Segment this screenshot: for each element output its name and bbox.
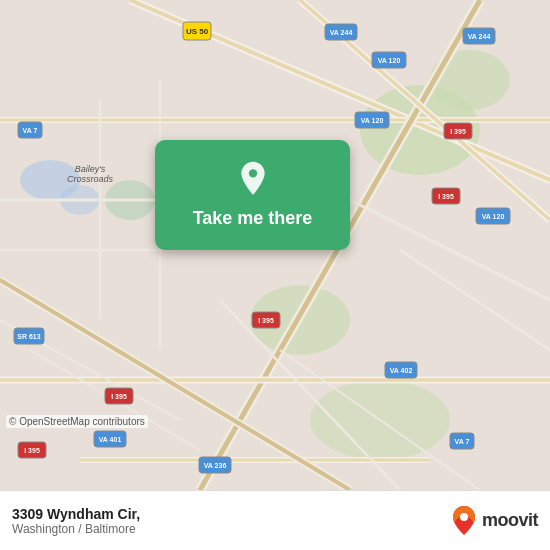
location-pin-icon (233, 160, 273, 200)
take-me-there-button[interactable]: Take me there (155, 140, 350, 250)
moovit-logo: moovit (450, 505, 538, 537)
take-me-there-label: Take me there (193, 208, 313, 230)
svg-text:VA 236: VA 236 (204, 462, 227, 469)
svg-text:VA 244: VA 244 (468, 33, 491, 40)
svg-text:VA 7: VA 7 (23, 127, 38, 134)
svg-text:Crossroads: Crossroads (67, 174, 114, 184)
svg-text:VA 120: VA 120 (361, 117, 384, 124)
svg-text:I 395: I 395 (111, 393, 127, 400)
svg-text:VA 7: VA 7 (455, 438, 470, 445)
bottom-bar: 3309 Wyndham Cir, Washington / Baltimore… (0, 490, 550, 550)
svg-text:I 395: I 395 (24, 447, 40, 454)
svg-text:VA 120: VA 120 (482, 213, 505, 220)
svg-text:I 395: I 395 (450, 128, 466, 135)
svg-point-68 (248, 169, 256, 177)
svg-text:VA 402: VA 402 (390, 367, 413, 374)
address-block: 3309 Wyndham Cir, Washington / Baltimore (12, 506, 140, 536)
svg-text:Bailey's: Bailey's (75, 164, 106, 174)
svg-text:US 50: US 50 (186, 27, 209, 36)
address-street: 3309 Wyndham Cir, (12, 506, 140, 522)
map-container: US 50 VA 7 VA 244 VA 244 VA 120 VA 120 V… (0, 0, 550, 490)
svg-text:VA 401: VA 401 (99, 436, 122, 443)
svg-point-69 (460, 513, 468, 521)
svg-text:I 395: I 395 (258, 317, 274, 324)
map-attribution: © OpenStreetMap contributors (6, 415, 148, 428)
svg-text:VA 120: VA 120 (378, 57, 401, 64)
svg-text:I 395: I 395 (438, 193, 454, 200)
address-city: Washington / Baltimore (12, 522, 140, 536)
svg-text:SR 613: SR 613 (17, 333, 40, 340)
moovit-brand-text: moovit (482, 510, 538, 531)
moovit-pin-icon (450, 505, 478, 537)
svg-text:VA 244: VA 244 (330, 29, 353, 36)
